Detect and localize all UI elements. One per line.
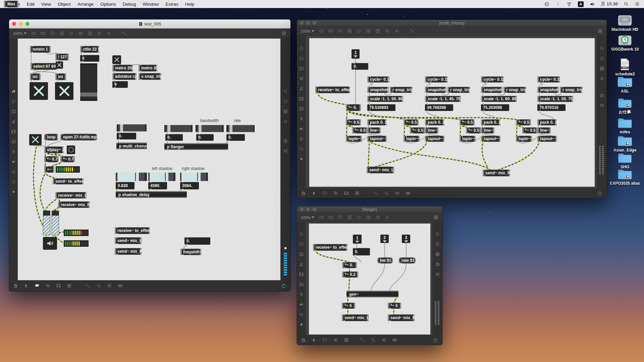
metro-clock-icon[interactable] [97, 31, 102, 36]
bubbles-icon[interactable] [45, 283, 50, 288]
add-object-icon[interactable] [385, 215, 390, 220]
ezdac-speaker-button[interactable] [43, 237, 57, 250]
add-object-icon[interactable] [106, 31, 111, 36]
numbox-chorus[interactable]: 0. [117, 133, 136, 139]
attachment-clip-icon[interactable] [299, 292, 304, 297]
object-tapout-1[interactable]: tapout~ [367, 136, 387, 142]
attachment-clip-icon[interactable] [11, 149, 16, 154]
inspector-info-icon[interactable] [435, 242, 440, 247]
message-loop[interactable]: loop 1 [44, 134, 58, 140]
number-box-icon[interactable] [328, 215, 333, 220]
gain-slider-left[interactable] [43, 210, 50, 235]
film-icon[interactable] [344, 191, 349, 196]
close-button[interactable] [12, 22, 16, 26]
panel-sidebar-icon[interactable] [11, 109, 16, 114]
lock-icon[interactable] [13, 283, 18, 288]
attachment-clip-icon[interactable] [299, 116, 304, 121]
object-mulhalf2-2[interactable]: *~ 0.5 [410, 127, 425, 133]
menu-item-options[interactable]: Options [97, 2, 119, 7]
object-tapin-4[interactable]: tapin~ [516, 136, 532, 142]
gain-slider-right[interactable] [52, 210, 59, 235]
grid-toggle-icon[interactable] [598, 28, 603, 34]
slider-bandwidth-1[interactable] [164, 125, 193, 132]
zoom-search-icon[interactable] [283, 89, 288, 94]
columns-mixer-icon[interactable] [107, 283, 112, 288]
mixer-icon[interactable] [599, 103, 604, 108]
bubbles-icon[interactable] [333, 191, 338, 196]
object-rtrig-1[interactable]: r snap_trig [390, 87, 413, 93]
panel-icon[interactable] [88, 31, 93, 36]
object-snapshot-1[interactable]: snapshot~ [367, 87, 389, 93]
numbox-depth-3[interactable]: 75.203098 [481, 104, 509, 111]
console-bubble-icon[interactable] [322, 191, 327, 196]
numbox-flanger-depth[interactable]: 0. [165, 134, 183, 141]
audio-power-icon[interactable] [597, 190, 603, 196]
object-box-icon[interactable] [31, 31, 36, 36]
dial-target-icon[interactable] [11, 169, 16, 174]
numbox-shadow-mix[interactable]: 0.828 [116, 182, 135, 189]
keyboard-icon[interactable] [406, 191, 411, 196]
object-line-1[interactable]: line~ [367, 127, 381, 133]
zoom-button[interactable] [313, 207, 316, 211]
spotlight-search-icon[interactable] [624, 1, 629, 7]
comment-icon[interactable] [50, 31, 55, 36]
object-mulhalf2-3[interactable]: *~ 0.5 [466, 127, 481, 133]
playbar-icon[interactable] [366, 28, 371, 34]
keyboard-icon[interactable] [392, 338, 397, 343]
umenu-3[interactable]: 3 [402, 235, 410, 243]
audio-power-icon[interactable] [281, 283, 286, 289]
speaker-icon[interactable] [11, 159, 16, 164]
zoom-level-control[interactable]: 100% [301, 29, 314, 33]
toggle-metro[interactable] [112, 55, 121, 64]
cable-icon[interactable] [86, 283, 91, 288]
desktop-icon-schedule2[interactable]: schedule2 [609, 58, 641, 77]
object-snapshot-4[interactable]: snapshot~ [537, 87, 559, 93]
umenu-1[interactable]: 1 [353, 235, 362, 244]
numbox-delay-left[interactable]: 4590. [148, 182, 167, 189]
object-send-mixl[interactable]: send~ mix_L [342, 314, 369, 321]
film-icon[interactable] [56, 283, 61, 288]
object-line-2[interactable]: line~ [425, 127, 438, 133]
button-icon[interactable] [357, 215, 362, 220]
object-mulhalf2-4[interactable]: *~ 0.5 [522, 127, 537, 133]
object-rtrig-4[interactable]: r snap_trig [560, 87, 583, 93]
numbox-flanger-rate[interactable]: 0. [226, 134, 245, 141]
toggle-large-right[interactable] [55, 82, 73, 100]
desktop-icon-mifes[interactable]: mifes [609, 117, 641, 135]
object-pack-3[interactable]: pack 0. 25 [481, 119, 500, 125]
audio-note-icon[interactable] [299, 262, 304, 267]
object-send-mixr[interactable]: send~ mix_R [483, 170, 510, 176]
object-cycle-3[interactable]: cycle~ 0.12 [481, 76, 504, 82]
object-mul07-right[interactable]: *~ 0.7 [60, 156, 75, 162]
umenu-2[interactable]: 2 [380, 235, 389, 243]
console-list-icon[interactable] [283, 119, 288, 124]
menu-item-object[interactable]: Object [54, 2, 74, 7]
object-mulhalf-2[interactable]: *~ 0.5 [404, 119, 419, 125]
object-mul-02[interactable]: *~ 0.2 [342, 272, 358, 278]
object-receive-mixr[interactable]: receive~ mix_R [58, 201, 90, 208]
snapshot-camera-icon[interactable] [599, 93, 604, 98]
metro-clock-icon[interactable] [385, 28, 390, 34]
object-int-left[interactable]: int [30, 73, 41, 80]
button-bang[interactable] [67, 145, 75, 154]
menu-item-window[interactable]: Window [139, 2, 162, 7]
object-freqshift[interactable]: freqshift~ [180, 249, 201, 255]
zoom-button[interactable] [313, 21, 316, 25]
image-icon[interactable] [299, 106, 304, 111]
object-rtrig-3[interactable]: r snap_trig [503, 87, 526, 93]
zoom-search-icon[interactable] [435, 232, 440, 237]
numbox-delay-right[interactable]: 3084. [180, 182, 199, 189]
grid-toggle-icon[interactable] [433, 215, 438, 220]
desktop-icon-asl[interactable]: ASL [609, 75, 641, 94]
object-tapin-3[interactable]: tapin~ [460, 136, 476, 142]
video-film-icon[interactable] [299, 96, 304, 101]
object-box-icon[interactable] [299, 242, 304, 247]
slider-chorus-depth[interactable] [117, 124, 147, 131]
subpatch-flanger[interactable]: p flanger [164, 143, 228, 150]
object-rtrig-2[interactable]: r snap_trig [447, 87, 470, 93]
ball-icon[interactable] [299, 46, 304, 51]
slider-rate[interactable] [226, 125, 255, 132]
snapshot-camera-icon[interactable] [283, 138, 288, 143]
playbar-icon[interactable] [78, 31, 83, 36]
object-mul5-right[interactable]: *~ 5 [388, 303, 401, 309]
